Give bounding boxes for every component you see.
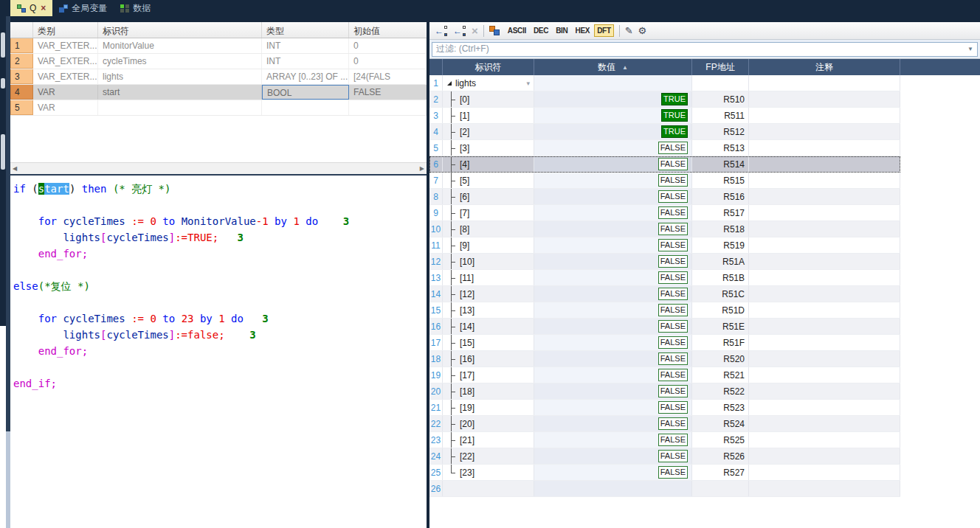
watch-row[interactable]: 17[15]FALSER51F bbox=[429, 335, 900, 351]
var-initial-cell bbox=[349, 100, 427, 115]
scroll-left-icon[interactable]: ◀ bbox=[13, 165, 17, 172]
watch-row[interactable]: 15[13]FALSER51D bbox=[429, 302, 900, 319]
value-badge: FALSE bbox=[658, 158, 688, 170]
structured-text-editor[interactable]: if (start) then (* 亮灯 *) for cycleTimes … bbox=[10, 176, 427, 528]
watch-row-number: 10 bbox=[429, 221, 443, 237]
watch-header-注释[interactable]: 注释 bbox=[749, 59, 900, 75]
watch-row[interactable]: 10[8]FALSER518 bbox=[429, 221, 900, 237]
watch-row[interactable]: 16[14]FALSER51E bbox=[429, 319, 900, 335]
watch-row[interactable]: 20[18]FALSER522 bbox=[429, 383, 900, 400]
watch-header-标识符[interactable]: 标识符 bbox=[443, 59, 534, 75]
code-token: :=TRUE; bbox=[175, 232, 218, 243]
format-button-dft[interactable]: DFT bbox=[594, 24, 614, 37]
watch-row[interactable]: 24[22]FALSER526 bbox=[429, 448, 900, 465]
dropdown-arrow-icon[interactable]: ▼ bbox=[967, 46, 973, 52]
var-row[interactable]: 3VAR_EXTER...lightsARRAY [0..23] OF ...[… bbox=[10, 69, 427, 85]
watch-header-FP地址[interactable]: FP地址 bbox=[692, 59, 749, 75]
watch-row[interactable]: 21[19]FALSER523 bbox=[429, 400, 900, 416]
collapsed-panel-handle[interactable] bbox=[1, 134, 5, 170]
var-row[interactable]: 2VAR_EXTER...cycleTimesINT0 bbox=[10, 54, 427, 69]
collapsed-panel-handle[interactable] bbox=[1, 78, 5, 88]
collapsed-panel-handle[interactable] bbox=[1, 32, 5, 58]
settings-gear-icon[interactable]: ⚙ bbox=[638, 25, 647, 36]
watch-row[interactable]: 14[12]FALSER51C bbox=[429, 286, 900, 302]
code-token: to bbox=[162, 313, 175, 324]
watch-fp-address-cell: R51A bbox=[692, 254, 749, 269]
watch-row[interactable]: 9[7]FALSER517 bbox=[429, 205, 900, 221]
format-button-bin[interactable]: BIN bbox=[553, 24, 570, 37]
value-badge: FALSE bbox=[658, 190, 688, 203]
watch-row[interactable]: 11[9]FALSER519 bbox=[429, 237, 900, 254]
watch-comment-cell bbox=[749, 383, 900, 399]
var-header-category[interactable]: 类别 bbox=[33, 22, 98, 38]
var-header-identifier[interactable]: 标识符 bbox=[98, 22, 262, 38]
var-row[interactable]: 1VAR_EXTER...MonitorValueINT0 bbox=[10, 38, 427, 54]
watch-row[interactable]: 4[2]TRUER512 bbox=[429, 124, 900, 140]
watch-row[interactable]: 3[1]TRUER511 bbox=[429, 108, 900, 124]
column-header-label: 数值 bbox=[598, 61, 615, 74]
combobox-chevron-icon[interactable]: ▾ bbox=[526, 80, 530, 87]
watch-identifier-cell: [20] bbox=[443, 416, 534, 431]
insert-variable-after-icon[interactable]: ← bbox=[453, 26, 466, 36]
watch-row[interactable]: 5[3]FALSER513 bbox=[429, 140, 900, 156]
watch-row[interactable]: 22[20]FALSER524 bbox=[429, 416, 900, 432]
watch-row[interactable]: 13[11]FALSER51B bbox=[429, 270, 900, 286]
watch-identifier-cell: [12] bbox=[443, 286, 534, 302]
watch-row[interactable]: 2[0]TRUER510 bbox=[429, 91, 900, 108]
watch-row[interactable]: 25[23]FALSER527 bbox=[429, 465, 900, 481]
watch-fp-address-cell: R512 bbox=[692, 124, 749, 139]
watch-value-cell: FALSE bbox=[534, 335, 692, 350]
insert-variable-before-icon[interactable]: ← bbox=[435, 26, 448, 36]
tree-connector bbox=[451, 432, 460, 448]
watch-identifier-cell: [11] bbox=[443, 270, 534, 285]
edit-pencil-icon[interactable]: ✎ bbox=[625, 25, 633, 36]
var-row[interactable]: 5VAR bbox=[10, 100, 427, 116]
code-token bbox=[244, 313, 262, 324]
format-button-dec[interactable]: DEC bbox=[531, 24, 551, 37]
tree-connector bbox=[451, 140, 460, 156]
watch-row[interactable]: 26 bbox=[429, 481, 900, 497]
format-button-ascii[interactable]: ASCII bbox=[505, 24, 529, 37]
var-row[interactable]: 4VARstartBOOLFALSE bbox=[10, 85, 427, 100]
tree-connector bbox=[451, 124, 460, 139]
windows-icon[interactable] bbox=[489, 26, 500, 35]
watch-row[interactable]: 1lights▾ bbox=[429, 75, 900, 91]
watch-comment-cell bbox=[749, 91, 900, 107]
var-header-rownum[interactable] bbox=[10, 22, 33, 38]
var-type-cell[interactable]: BOOL bbox=[262, 85, 349, 100]
watch-row[interactable]: 8[6]FALSER516 bbox=[429, 189, 900, 205]
watch-value-cell: FALSE bbox=[534, 400, 692, 415]
tab-global-variables[interactable]: 全局变量 bbox=[52, 0, 114, 16]
value-badge: FALSE bbox=[658, 206, 688, 219]
tab-data[interactable]: 数据 bbox=[114, 0, 157, 16]
watch-row[interactable]: 7[5]FALSER515 bbox=[429, 173, 900, 189]
var-header-type[interactable]: 类型 bbox=[262, 22, 349, 38]
watch-fp-address-cell: R51F bbox=[692, 335, 749, 350]
watch-fp-address-cell: R51E bbox=[692, 319, 749, 334]
watch-header-数值[interactable]: 数值▲ bbox=[534, 59, 692, 75]
watch-row[interactable]: 18[16]FALSER520 bbox=[429, 351, 900, 367]
tab-label: 数据 bbox=[133, 2, 151, 15]
expander-icon[interactable] bbox=[447, 81, 452, 86]
code-token bbox=[13, 329, 63, 341]
value-badge: FALSE bbox=[658, 320, 688, 333]
delete-icon[interactable]: × bbox=[472, 24, 478, 37]
tab-pou-q[interactable]: Q × bbox=[10, 0, 52, 16]
watch-row[interactable]: 6[4]FALSER514 bbox=[429, 156, 900, 173]
value-badge: FALSE bbox=[658, 417, 688, 430]
format-button-hex[interactable]: HEX bbox=[572, 24, 593, 37]
var-header-initial[interactable]: 初始值 bbox=[349, 22, 427, 38]
watch-comment-cell bbox=[749, 481, 900, 496]
watch-row[interactable]: 12[10]FALSER51A bbox=[429, 254, 900, 270]
watch-row-number: 19 bbox=[429, 367, 443, 383]
filter-combobox[interactable]: 过滤: (Ctrl+F) ▼ bbox=[432, 42, 978, 57]
scroll-right-icon[interactable]: ▶ bbox=[420, 165, 424, 172]
horizontal-scrollbar[interactable]: ◀ ▶ bbox=[10, 162, 427, 174]
close-icon[interactable]: × bbox=[41, 3, 46, 13]
watch-fp-address-cell: R526 bbox=[692, 448, 749, 464]
watch-row[interactable]: 23[21]FALSER525 bbox=[429, 432, 900, 448]
watch-value-cell: FALSE bbox=[534, 383, 692, 399]
watch-fp-address-cell bbox=[692, 75, 749, 91]
code-token bbox=[175, 215, 181, 227]
watch-row[interactable]: 19[17]FALSER521 bbox=[429, 367, 900, 383]
